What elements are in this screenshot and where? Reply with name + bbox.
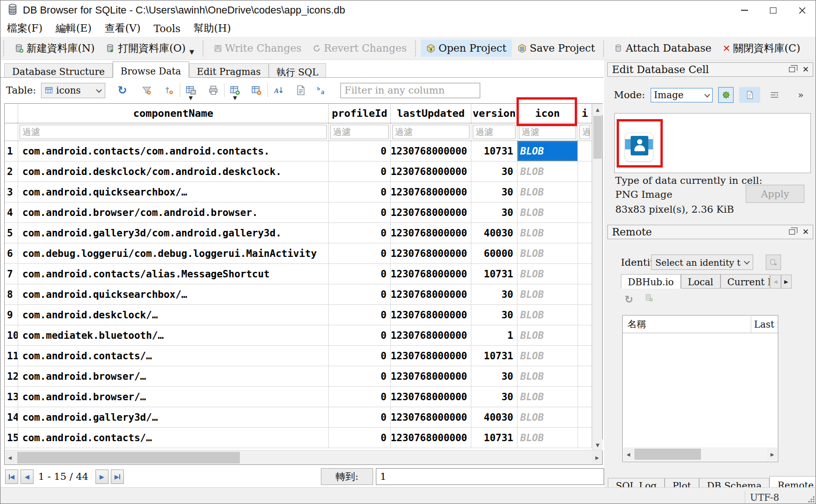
cell-componentName[interactable]: com.android.contacts/… bbox=[18, 346, 329, 366]
cell-clipped[interactable] bbox=[578, 202, 592, 222]
cell-lastUpdated[interactable]: 1230768000000 bbox=[391, 223, 471, 243]
cell-profileId[interactable]: 0 bbox=[329, 182, 391, 202]
cell-componentName[interactable]: com.android.quicksearchbox/… bbox=[18, 182, 329, 202]
save-table-dropdown-icon[interactable]: ▼ bbox=[189, 95, 192, 101]
new-database-button[interactable]: 新建資料庫(N) bbox=[9, 39, 100, 58]
cell-version[interactable]: 30 bbox=[471, 284, 517, 304]
cell-version[interactable]: 10731 bbox=[471, 264, 517, 284]
column-header-componentName[interactable]: componentName bbox=[18, 104, 329, 123]
cell-componentName[interactable]: com.android.deskclock/com.android.deskcl… bbox=[18, 161, 329, 181]
refresh-icon[interactable]: ↻ bbox=[625, 294, 633, 305]
cell-lastUpdated[interactable]: 1230768000000 bbox=[391, 366, 471, 386]
filter-cell-version[interactable]: 過濾 bbox=[471, 123, 517, 141]
cell-lastUpdated[interactable]: 1230768000000 bbox=[391, 325, 471, 345]
scroll-left-icon[interactable]: ◀ bbox=[5, 452, 15, 464]
cell-clipped[interactable] bbox=[578, 428, 592, 448]
cell-version[interactable]: 30 bbox=[471, 182, 517, 202]
column-header-lastUpdated[interactable]: lastUpdated bbox=[391, 104, 471, 123]
menu-item-e[interactable]: 編輯(E) bbox=[49, 20, 98, 36]
cell-icon-blob[interactable]: BLOB bbox=[517, 243, 578, 263]
cell-componentName[interactable]: com.android.browser/… bbox=[18, 387, 329, 407]
add-database-icon[interactable] bbox=[645, 294, 653, 302]
remote-tab-dbhubio[interactable]: DBHub.io bbox=[621, 274, 681, 289]
close-panel-icon[interactable]: ✕ bbox=[802, 228, 809, 236]
open-database-button[interactable]: 打開資料庫(O) ▼ bbox=[100, 39, 199, 58]
cell-icon-blob[interactable]: BLOB bbox=[517, 325, 578, 345]
cell-clipped[interactable] bbox=[578, 325, 592, 345]
float-panel-icon[interactable] bbox=[789, 67, 795, 72]
cell-profileId[interactable]: 0 bbox=[329, 264, 391, 284]
minimize-button[interactable] bbox=[730, 0, 759, 20]
menu-item-tools[interactable]: Tools bbox=[147, 22, 187, 35]
cell-clipped[interactable] bbox=[578, 407, 592, 427]
close-button[interactable] bbox=[788, 0, 816, 20]
menu-item-f[interactable]: 檔案(F) bbox=[0, 20, 49, 36]
cell-clipped[interactable] bbox=[578, 346, 592, 366]
cell-version[interactable]: 10731 bbox=[471, 141, 517, 161]
cell-componentName[interactable]: com.android.browser/com.android.browser. bbox=[18, 202, 329, 222]
cell-profileId[interactable]: 0 bbox=[329, 161, 391, 181]
cell-clipped[interactable] bbox=[578, 366, 592, 386]
scroll-up-icon[interactable]: ▲ bbox=[592, 104, 603, 115]
vertical-scroll-thumb[interactable] bbox=[593, 116, 602, 159]
cell-componentName[interactable]: com.android.contacts/alias.MessageShortc… bbox=[18, 264, 329, 284]
apply-button[interactable]: Apply bbox=[746, 185, 804, 203]
insert-record-button[interactable]: ▼ bbox=[228, 83, 242, 97]
cell-icon-blob[interactable]: BLOB bbox=[517, 428, 578, 448]
cell-componentName[interactable]: com.android.contacts/… bbox=[18, 428, 329, 448]
save-project-button[interactable]: Save Project bbox=[512, 40, 600, 57]
cell-lastUpdated[interactable]: 1230768000000 bbox=[391, 305, 471, 325]
cell-lastUpdated[interactable]: 1230768000000 bbox=[391, 161, 471, 181]
filter-input-lastUpdated[interactable]: 過濾 bbox=[392, 125, 469, 139]
cell-componentName[interactable]: com.android.quicksearchbox/… bbox=[18, 284, 329, 304]
tab-scroll-right-button[interactable]: ▶ bbox=[781, 275, 792, 289]
filter-any-column-input[interactable] bbox=[340, 83, 480, 98]
cell-lastUpdated[interactable]: 1230768000000 bbox=[391, 182, 471, 202]
cell-version[interactable]: 30 bbox=[471, 366, 517, 386]
table-select[interactable]: icons bbox=[41, 83, 105, 98]
filter-cell-profileId[interactable]: 過濾 bbox=[329, 123, 391, 141]
cell-version[interactable]: 30 bbox=[471, 305, 517, 325]
cell-clipped[interactable] bbox=[578, 223, 592, 243]
filter-input-version[interactable]: 過濾 bbox=[473, 125, 516, 139]
insert-record-dropdown-icon[interactable]: ▼ bbox=[233, 95, 237, 101]
cell-icon-blob[interactable]: BLOB bbox=[517, 407, 578, 427]
cell-version[interactable]: 10731 bbox=[471, 428, 517, 448]
tab-database-structure[interactable]: Database Structure bbox=[4, 63, 113, 78]
cell-clipped[interactable] bbox=[578, 243, 592, 263]
cell-icon-blob[interactable]: BLOB bbox=[517, 161, 578, 181]
cell-lastUpdated[interactable]: 1230768000000 bbox=[391, 428, 471, 448]
cell-icon-blob[interactable]: BLOB bbox=[517, 346, 578, 366]
cell-profileId[interactable]: 0 bbox=[329, 305, 391, 325]
tab-browse-data[interactable]: Browse Data bbox=[113, 61, 189, 78]
tab-scroll-left-button[interactable]: ◀ bbox=[770, 275, 781, 289]
clear-sorting-button[interactable] bbox=[162, 83, 176, 97]
cell-clipped[interactable] bbox=[578, 264, 592, 284]
cell-profileId[interactable]: 0 bbox=[329, 407, 391, 427]
import-data-button[interactable] bbox=[718, 87, 734, 103]
cell-version[interactable]: 30 bbox=[471, 161, 517, 181]
cell-profileId[interactable]: 0 bbox=[329, 325, 391, 345]
encoding-button[interactable]: ba bbox=[315, 83, 329, 97]
filter-cell-i[interactable]: 過濾 bbox=[578, 123, 592, 141]
save-table-button[interactable]: ▼ bbox=[184, 83, 198, 97]
cell-clipped[interactable] bbox=[578, 141, 592, 161]
cell-version[interactable]: 60000 bbox=[471, 243, 517, 263]
cell-clipped[interactable] bbox=[578, 161, 592, 181]
cell-icon-blob[interactable]: BLOB bbox=[517, 284, 578, 304]
goto-button[interactable]: 轉到: bbox=[321, 468, 373, 485]
cell-version[interactable]: 30 bbox=[471, 387, 517, 407]
first-page-button[interactable]: ◀ bbox=[5, 470, 18, 484]
menu-item-h[interactable]: 幫助(H) bbox=[187, 20, 238, 36]
vertical-scrollbar[interactable]: ▲ ▼ bbox=[592, 104, 602, 450]
menu-item-v[interactable]: 查看(V) bbox=[98, 20, 147, 36]
delete-record-button[interactable] bbox=[250, 83, 264, 97]
filter-cell-lastUpdated[interactable]: 過濾 bbox=[391, 123, 471, 141]
cell-version[interactable]: 10731 bbox=[471, 346, 517, 366]
filter-input-componentName[interactable]: 過濾 bbox=[20, 125, 327, 139]
cell-lastUpdated[interactable]: 1230768000000 bbox=[391, 243, 471, 263]
clear-filters-button[interactable] bbox=[140, 83, 154, 97]
remote-horizontal-scrollbar[interactable]: ◀ ▶ bbox=[623, 447, 777, 461]
cell-icon-blob[interactable]: BLOB bbox=[517, 202, 578, 222]
cell-lastUpdated[interactable]: 1230768000000 bbox=[391, 387, 471, 407]
